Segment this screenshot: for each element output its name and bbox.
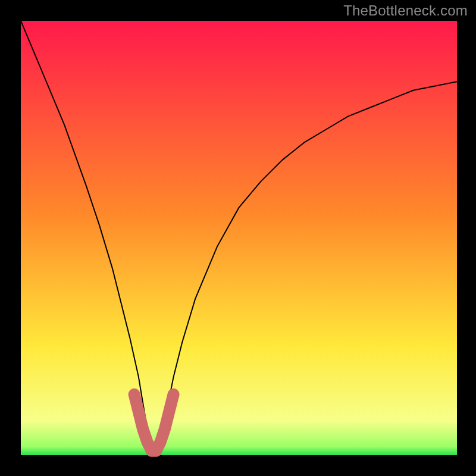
chart-root: TheBottleneck.com <box>0 0 476 476</box>
chart-gradient-background <box>21 21 457 455</box>
chart-svg <box>0 0 476 476</box>
watermark-text: TheBottleneck.com <box>343 2 468 19</box>
